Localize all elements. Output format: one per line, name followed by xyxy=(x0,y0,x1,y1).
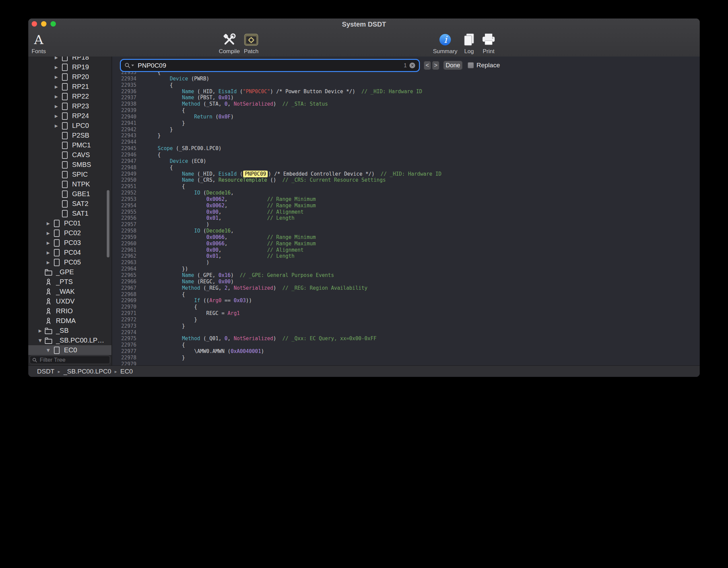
doc-icon xyxy=(61,122,69,130)
chevron-right-icon[interactable]: ▶ xyxy=(52,75,61,79)
chevron-right-icon[interactable]: ▶ xyxy=(52,65,61,70)
patch-button[interactable]: Patch xyxy=(229,32,273,55)
code-line: 22944 xyxy=(112,139,700,145)
sidebar-item-cavs[interactable]: CAVS xyxy=(28,150,111,160)
sidebar-item-label: _SB.PC00.LP… xyxy=(56,336,104,344)
sidebar-item-ntpk[interactable]: NTPK xyxy=(28,179,111,189)
chevron-right-icon[interactable]: ▶ xyxy=(44,250,53,255)
sidebar-item-ec0[interactable]: ▼EC0 xyxy=(28,345,111,355)
sidebar-item-label: PC05 xyxy=(64,258,81,266)
previous-match-button[interactable]: < xyxy=(424,61,431,70)
sidebar-item-spic[interactable]: SPIC xyxy=(28,170,111,179)
sidebar-item--gpe[interactable]: _GPE xyxy=(28,267,111,277)
sidebar-item--pts[interactable]: _PTS xyxy=(28,277,111,287)
search-field[interactable]: 1 xyxy=(121,60,419,71)
sidebar-item-rp21[interactable]: ▶RP21 xyxy=(28,82,111,92)
chevron-down-icon[interactable]: ▼ xyxy=(44,348,53,353)
breadcrumb-item[interactable]: DSDT xyxy=(37,368,55,375)
code-line: 22938 Method (_STA, 0, NotSerialized) //… xyxy=(112,101,700,107)
breadcrumb-item[interactable]: _SB.PC00.LPC0 xyxy=(64,368,111,375)
print-button[interactable]: Print xyxy=(467,32,510,55)
sidebar-item-sat2[interactable]: SAT2 xyxy=(28,199,111,209)
line-content: Return (0x0F) xyxy=(140,114,234,120)
sidebar-item-rp19[interactable]: ▶RP19 xyxy=(28,62,111,72)
line-number: 22962 xyxy=(112,253,140,259)
chevron-right-icon[interactable]: ▶ xyxy=(52,114,61,118)
line-content: } xyxy=(140,355,185,361)
line-content: Name (_HID, EisaId ("PNP0C0C") /* Power … xyxy=(140,88,422,95)
chevron-right-icon[interactable]: ▶ xyxy=(52,94,61,99)
code-editor[interactable]: 22933 {22934 Device (PWRB)22935 {22936 N… xyxy=(112,72,700,365)
method-icon xyxy=(44,297,53,306)
search-menu-caret-icon[interactable] xyxy=(131,65,134,66)
sidebar-item-uxdv[interactable]: UXDV xyxy=(28,296,111,306)
search-match-highlight: PNP0C09 xyxy=(243,171,268,177)
chevron-down-icon[interactable]: ▼ xyxy=(36,338,44,343)
replace-checkbox[interactable] xyxy=(468,62,474,68)
sidebar-item-rp18[interactable]: ▶RP18 xyxy=(28,57,111,62)
next-match-button[interactable]: > xyxy=(432,61,439,70)
chevron-right-icon[interactable]: ▶ xyxy=(52,104,61,109)
doc-icon xyxy=(61,210,69,217)
sidebar-item-rp22[interactable]: ▶RP22 xyxy=(28,92,111,101)
sidebar-item-rdma[interactable]: RDMA xyxy=(28,316,111,326)
find-bar: 1 < > Done Replace xyxy=(112,57,700,72)
sidebar-item-label: RP22 xyxy=(72,93,89,100)
line-content: Method (_STA, 0, NotSerialized) // _STA:… xyxy=(140,101,328,107)
sidebar-item-label: RP24 xyxy=(72,112,89,120)
line-number: 22941 xyxy=(112,120,140,127)
clear-search-icon[interactable] xyxy=(409,63,415,68)
chevron-right-icon[interactable]: ▶ xyxy=(44,231,53,236)
sidebar-item-pc02[interactable]: ▶PC02 xyxy=(28,228,111,238)
chevron-right-icon[interactable]: ▶ xyxy=(36,328,44,333)
sidebar-item-pc05[interactable]: ▶PC05 xyxy=(28,257,111,267)
chevron-right-icon[interactable]: ▶ xyxy=(52,123,61,128)
done-button[interactable]: Done xyxy=(443,61,463,70)
chevron-right-icon[interactable]: ▶ xyxy=(44,221,53,226)
sidebar-item--wak[interactable]: _WAK xyxy=(28,287,111,296)
filter-input[interactable] xyxy=(39,356,107,364)
fonts-label: Fonts xyxy=(32,48,46,55)
line-number: 22959 xyxy=(112,234,140,241)
line-number: 22951 xyxy=(112,183,140,190)
sidebar-item-sat1[interactable]: SAT1 xyxy=(28,209,111,218)
filter-field[interactable] xyxy=(30,356,110,364)
sidebar-item-pc01[interactable]: ▶PC01 xyxy=(28,218,111,228)
line-content xyxy=(140,361,145,365)
chevron-right-icon[interactable]: ▶ xyxy=(52,57,61,60)
sidebar-item-rp23[interactable]: ▶RP23 xyxy=(28,101,111,111)
sidebar-item-smbs[interactable]: SMBS xyxy=(28,160,111,170)
line-number: 22943 xyxy=(112,133,140,139)
sidebar-item--sb-pc00-lp-[interactable]: ▼_SB.PC00.LP… xyxy=(28,335,111,345)
chevron-right-icon[interactable]: ▶ xyxy=(44,260,53,265)
code-line: 22958 IO (Decode16, xyxy=(112,228,700,234)
sidebar-item-rp20[interactable]: ▶RP20 xyxy=(28,72,111,82)
breadcrumb-item[interactable]: EC0 xyxy=(120,368,133,375)
line-number: 22971 xyxy=(112,310,140,317)
sidebar-item-p2sb[interactable]: P2SB xyxy=(28,131,111,140)
code-line: 22955 0x00, // Alignment xyxy=(112,209,700,215)
line-content: } xyxy=(140,133,161,139)
sidebar-item-label: UXDV xyxy=(56,297,75,305)
line-number: 22936 xyxy=(112,88,140,95)
sidebar-item-rp24[interactable]: ▶RP24 xyxy=(28,111,111,121)
sidebar-item-pmc1[interactable]: PMC1 xyxy=(28,140,111,150)
titlebar-toolbar[interactable]: System DSDT A Fonts Compile xyxy=(28,19,700,57)
sidebar-item-label: SMBS xyxy=(72,161,91,169)
sidebar-scrollbar[interactable] xyxy=(107,190,109,257)
chevron-right-icon[interactable]: ▶ xyxy=(52,84,61,89)
sidebar-item-gbe1[interactable]: GBE1 xyxy=(28,189,111,199)
line-number: 22965 xyxy=(112,272,140,279)
sidebar-item--sb[interactable]: ▶_SB xyxy=(28,326,111,335)
line-content: 0x0062, // Range Minimum xyxy=(140,196,316,203)
search-input[interactable] xyxy=(137,62,404,70)
sidebar-item-rrio[interactable]: RRIO xyxy=(28,306,111,316)
code-line: 22963 ) xyxy=(112,259,700,266)
chevron-right-icon[interactable]: ▶ xyxy=(44,241,53,245)
sidebar-item-pc04[interactable]: ▶PC04 xyxy=(28,248,111,257)
sidebar-item-lpc0[interactable]: ▶LPC0 xyxy=(28,121,111,131)
search-icon[interactable] xyxy=(125,63,130,68)
sidebar-item-pc03[interactable]: ▶PC03 xyxy=(28,238,111,248)
code-line: 22952 IO (Decode16, xyxy=(112,190,700,196)
fonts-button[interactable]: A Fonts xyxy=(28,32,61,55)
